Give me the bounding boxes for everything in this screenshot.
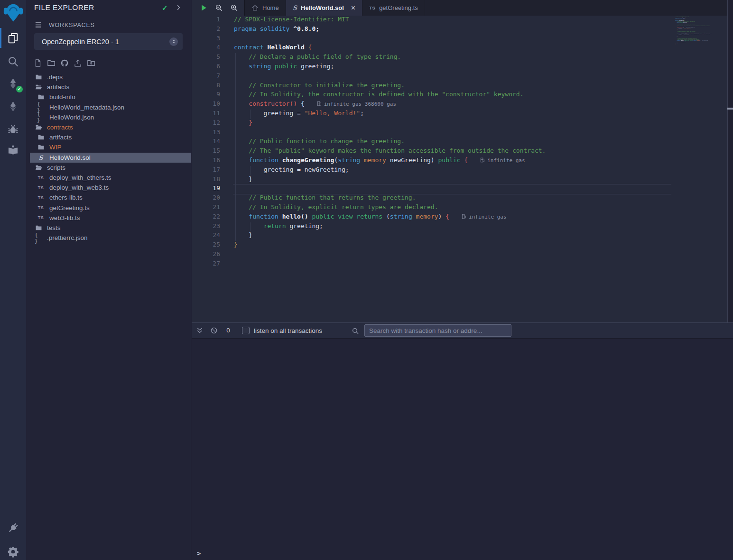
line-number-13[interactable]: 13 (192, 129, 220, 138)
tree-item-build-info[interactable]: build-info (30, 92, 191, 102)
deploy-and-run-icon[interactable] (0, 96, 26, 117)
upload-file-icon[interactable] (73, 58, 83, 68)
tree-item-helloworld.sol[interactable]: SHelloWorld.sol (30, 153, 191, 163)
debugger-icon[interactable] (0, 119, 26, 139)
file-explorer-icon[interactable] (0, 28, 26, 48)
code-line-15[interactable]: // The "public" keyword makes the functi… (234, 147, 546, 156)
code-line-11[interactable]: greeting = "Hello, World!"; (234, 110, 546, 119)
settings-icon[interactable] (0, 541, 26, 560)
upload-folder-icon[interactable] (86, 58, 96, 68)
learneth-icon[interactable] (0, 139, 26, 160)
line-number-19[interactable]: 19 (192, 184, 220, 194)
listen-transactions-checkbox[interactable] (242, 327, 250, 334)
listen-transactions-label[interactable]: listen on all transactions (254, 327, 322, 334)
line-number-1[interactable]: 1 (192, 16, 220, 25)
tab-helloworld.sol[interactable]: SHelloWorld.sol× (286, 0, 363, 16)
line-number-23[interactable]: 23 (192, 222, 220, 232)
line-number-18[interactable]: 18 (192, 175, 220, 185)
line-number-12[interactable]: 12 (192, 119, 220, 129)
code-line-23[interactable]: return greeting; (234, 222, 546, 232)
line-number-16[interactable]: 16 (192, 156, 220, 166)
line-number-7[interactable]: 7 (192, 72, 220, 82)
tree-item-wip[interactable]: WIP (30, 142, 191, 152)
tree-item-.deps[interactable]: .deps (30, 72, 191, 82)
workspace-menu-icon[interactable] (34, 21, 42, 28)
tree-item-deploy-with-ethers.ts[interactable]: TSdeploy_with_ethers.ts (30, 173, 191, 183)
tree-item-helloworld-metadata.json[interactable]: { }HelloWorld_metadata.json (30, 102, 191, 112)
clone-git-repository-icon[interactable] (60, 58, 69, 68)
code-line-20[interactable]: // Public function that returns the gree… (234, 194, 546, 203)
terminal-prompt[interactable]: > (197, 550, 201, 557)
line-number-25[interactable]: 25 (192, 241, 220, 250)
line-number-15[interactable]: 15 (192, 147, 220, 156)
line-number-4[interactable]: 4 (192, 44, 220, 53)
code-line-12[interactable]: } (234, 119, 546, 129)
line-number-2[interactable]: 2 (192, 25, 220, 35)
scrollbar-handle[interactable] (727, 108, 733, 110)
code-line-4[interactable]: contract HelloWorld { (234, 44, 546, 53)
code-line-24[interactable]: } (234, 231, 546, 241)
new-folder-icon[interactable] (46, 58, 56, 68)
code-line-16[interactable]: function changeGreeting(string memory ne… (234, 156, 546, 166)
code-line-9[interactable]: // In Solidity, the constructor is defin… (234, 91, 546, 100)
line-number-21[interactable]: 21 (192, 203, 220, 213)
code-line-22[interactable]: function hello() public view returns (st… (234, 213, 546, 222)
code-line-5[interactable]: // Declare a public field of type string… (234, 53, 546, 63)
plugin-manager-icon[interactable] (0, 517, 26, 538)
line-number-22[interactable]: 22 (192, 213, 220, 222)
code-line-10[interactable]: constructor() {infinite gas 368600 gas (234, 100, 546, 110)
code-line-19[interactable] (234, 184, 546, 194)
tree-item-helloworld.json[interactable]: { }HelloWorld.json (30, 112, 191, 122)
line-number-5[interactable]: 5 (192, 53, 220, 63)
line-number-3[interactable]: 3 (192, 35, 220, 44)
code-line-6[interactable]: string public greeting; (234, 63, 546, 72)
terminal-collapse-icon[interactable] (196, 327, 204, 334)
tree-item-scripts[interactable]: scripts (30, 163, 191, 173)
minimap[interactable]: // SPDX-License-Identifier: MITpragma so… (675, 17, 721, 55)
terminal-output[interactable]: > (192, 339, 733, 560)
tree-item-artifacts[interactable]: artifacts (30, 132, 191, 142)
line-number-20[interactable]: 20 (192, 194, 220, 203)
search-in-files-icon[interactable] (0, 51, 26, 72)
tree-item-artifacts[interactable]: artifacts (30, 82, 191, 92)
tree-item-deploy-with-web3.ts[interactable]: TSdeploy_with_web3.ts (30, 183, 191, 193)
line-number-14[interactable]: 14 (192, 138, 220, 147)
run-script-icon[interactable] (200, 4, 208, 12)
terminal-clear-icon[interactable] (210, 327, 218, 334)
zoom-out-icon[interactable] (215, 4, 223, 12)
line-number-11[interactable]: 11 (192, 110, 220, 119)
tree-item-ethers-lib.ts[interactable]: TSethers-lib.ts (30, 193, 191, 202)
code-line-8[interactable]: // Constructor to initialize the greetin… (234, 82, 546, 91)
code-line-18[interactable]: } (234, 175, 546, 185)
collapse-panel-chevron-icon[interactable] (175, 4, 182, 11)
transaction-search-input[interactable] (364, 324, 511, 337)
tree-item-contracts[interactable]: contracts (30, 122, 191, 132)
line-number-10[interactable]: 10 (192, 100, 220, 110)
tree-item-getgreeting.ts[interactable]: TSgetGreeting.ts (30, 203, 191, 213)
tree-item-.prettierrc.json[interactable]: { }.prettierrc.json (30, 233, 191, 243)
line-number-24[interactable]: 24 (192, 231, 220, 241)
code-line-2[interactable]: pragma solidity ^0.8.0; (234, 25, 546, 35)
line-number-9[interactable]: 9 (192, 91, 220, 100)
code-line-13[interactable] (234, 129, 546, 138)
code-line-25[interactable]: } (234, 241, 546, 250)
tree-item-tests[interactable]: tests (30, 223, 191, 233)
tree-item-web3-lib.ts[interactable]: TSweb3-lib.ts (30, 213, 191, 223)
code-line-3[interactable] (234, 35, 546, 44)
line-number-6[interactable]: 6 (192, 63, 220, 72)
solidity-compiler-icon[interactable]: ✓ (0, 73, 26, 94)
code-line-27[interactable] (234, 260, 546, 269)
new-file-icon[interactable] (33, 58, 43, 68)
line-number-8[interactable]: 8 (192, 82, 220, 91)
workspace-select[interactable]: OpenZeppelin ERC20 - 1 (34, 33, 183, 50)
code-line-17[interactable]: greeting = newGreeting; (234, 166, 546, 175)
close-tab-icon[interactable]: × (351, 4, 355, 12)
code-editor[interactable]: 1234567891011121314151617181920212223242… (192, 16, 733, 322)
line-number-27[interactable]: 27 (192, 260, 220, 269)
line-number-17[interactable]: 17 (192, 166, 220, 175)
code-line-1[interactable]: // SPDX-License-Identifier: MIT (234, 16, 546, 25)
code-line-7[interactable] (234, 72, 546, 82)
tab-getgreeting.ts[interactable]: TSgetGreeting.ts (362, 0, 425, 16)
code-line-21[interactable]: // In Solidity, explicit return types ar… (234, 203, 546, 213)
zoom-in-icon[interactable] (230, 4, 238, 12)
